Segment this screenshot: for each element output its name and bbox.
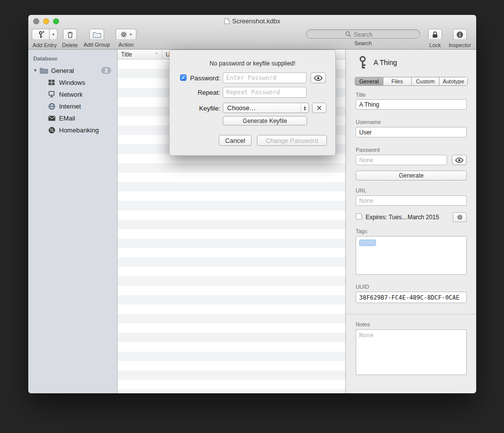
entry-count-badge: 2 — [101, 67, 111, 74]
titlebar: Screenshot.kdbx — [28, 15, 476, 28]
url-label: URL — [356, 187, 367, 193]
add-entry-button[interactable]: ▾ — [32, 29, 58, 40]
disclosure-triangle-icon[interactable]: ▼ — [32, 68, 38, 73]
sidebar-item-label: Internet — [59, 103, 81, 110]
folder-icon — [39, 66, 48, 74]
add-group-label: Add Group — [83, 42, 111, 48]
window-chrome: Screenshot.kdbx ▾ Add Entry Delete Add G — [28, 15, 476, 50]
notes-textarea[interactable] — [356, 329, 467, 375]
expires-label: Expires: Tues…March 2015 — [366, 214, 439, 221]
action-button[interactable]: ▾ — [116, 29, 136, 40]
tab-autotype[interactable]: Autotype — [439, 77, 467, 85]
document-icon — [224, 18, 230, 24]
repeat-label: Repeat: — [188, 89, 220, 96]
notes-label: Notes — [356, 321, 370, 327]
app-window: Screenshot.kdbx ▾ Add Entry Delete Add G — [28, 15, 476, 393]
column-header-title[interactable]: Title ⌃ — [118, 50, 162, 59]
sidebar: Database ▼ General 2 Windows Network — [28, 50, 118, 393]
tab-custom[interactable]: Custom — [411, 77, 440, 85]
inspector-label: Inspector — [447, 42, 472, 48]
title-input[interactable] — [356, 99, 467, 110]
trash-icon — [66, 31, 74, 39]
inspector-panel: A Thing General Files Custom Autotype Ti… — [345, 50, 476, 393]
sidebar-item-label: EMail — [59, 115, 75, 122]
homebanking-percent-icon — [47, 126, 56, 134]
reveal-password-button[interactable] — [311, 72, 326, 83]
uuid-label: UUID — [356, 284, 369, 290]
eye-icon — [314, 75, 323, 81]
sidebar-item-label: Homebanking — [59, 126, 99, 134]
cancel-button[interactable]: Cancel — [219, 135, 252, 146]
delete-button[interactable] — [63, 29, 77, 40]
keyfile-selected-value: Choose… — [227, 104, 256, 112]
tag-chip[interactable] — [359, 240, 376, 246]
gear-icon — [120, 31, 127, 38]
key-icon — [357, 56, 369, 69]
sidebar-item-label: Network — [59, 91, 83, 98]
sidebar-item-email[interactable]: EMail — [28, 112, 117, 124]
sidebar-item-homebanking[interactable]: Homebanking — [28, 124, 117, 136]
dialog-message: No password or keyfile supplied! — [170, 60, 335, 67]
lock-label: Lock — [428, 42, 442, 48]
x-icon — [316, 105, 322, 111]
add-group-button[interactable] — [89, 29, 104, 40]
inspector-button[interactable] — [453, 29, 467, 40]
internet-globe-icon — [47, 102, 56, 110]
enter-password-input[interactable] — [223, 72, 307, 83]
password-label: Password: — [188, 74, 220, 82]
expires-settings-button[interactable] — [453, 212, 467, 222]
info-circle-icon — [456, 31, 464, 39]
action-label: Action — [115, 42, 137, 48]
delete-label: Delete — [62, 42, 78, 48]
repeat-password-input[interactable] — [223, 87, 307, 98]
tab-general[interactable]: General — [355, 77, 383, 85]
tab-files[interactable]: Files — [383, 77, 411, 85]
uuid-input[interactable] — [356, 292, 467, 303]
search-input[interactable] — [307, 31, 420, 39]
sidebar-section-header: Database — [28, 56, 117, 62]
password-checkbox[interactable]: ✓ — [180, 74, 187, 81]
add-entry-label: Add Entry — [32, 42, 58, 48]
password-input[interactable] — [356, 155, 447, 165]
sidebar-item-internet[interactable]: Internet — [28, 100, 117, 112]
search-label: Search — [306, 40, 420, 46]
key-plus-icon — [37, 31, 45, 39]
tags-label: Tags — [356, 228, 367, 234]
inspector-divider — [346, 314, 476, 314]
popup-stepper-icon: ▲▼ — [301, 103, 309, 113]
sidebar-item-label: Windows — [59, 79, 85, 86]
sort-ascending-icon: ⌃ — [154, 52, 158, 57]
tags-box[interactable] — [356, 236, 467, 275]
reveal-password-button[interactable] — [452, 155, 467, 165]
url-input[interactable] — [356, 195, 467, 206]
change-password-dialog: No password or keyfile supplied! ✓ Passw… — [169, 50, 336, 156]
lock-button[interactable] — [428, 29, 442, 40]
sidebar-item-general[interactable]: ▼ General 2 — [28, 64, 117, 76]
keyfile-label: Keyfile: — [188, 105, 220, 112]
username-input[interactable] — [356, 127, 467, 137]
magnifier-icon — [345, 31, 352, 38]
generate-keyfile-button[interactable]: Generate Keyfile — [223, 116, 307, 125]
folder-icon — [93, 31, 101, 38]
window-title: Screenshot.kdbx — [28, 17, 476, 25]
title-label: Title — [356, 92, 366, 98]
clear-keyfile-button[interactable] — [312, 103, 326, 113]
add-entry-dropdown[interactable]: ▾ — [50, 29, 58, 40]
keyfile-popup[interactable]: Choose… ▲▼ — [223, 103, 309, 113]
generate-password-button[interactable]: Generate — [356, 171, 467, 181]
password-label: Password — [356, 147, 379, 153]
windows-icon — [47, 78, 56, 86]
gear-icon — [456, 214, 463, 221]
eye-icon — [455, 157, 464, 163]
network-icon — [47, 90, 56, 98]
expires-checkbox[interactable] — [356, 213, 362, 220]
padlock-icon — [432, 31, 439, 39]
email-envelope-icon — [47, 114, 56, 122]
inspector-tabs: General Files Custom Autotype — [355, 77, 468, 86]
sidebar-item-label: General — [51, 67, 74, 74]
entry-title: A Thing — [374, 59, 397, 66]
sidebar-item-windows[interactable]: Windows — [28, 76, 117, 88]
search-field[interactable] — [306, 29, 420, 39]
change-password-button[interactable]: Change Password — [257, 135, 327, 146]
sidebar-item-network[interactable]: Network — [28, 88, 117, 100]
